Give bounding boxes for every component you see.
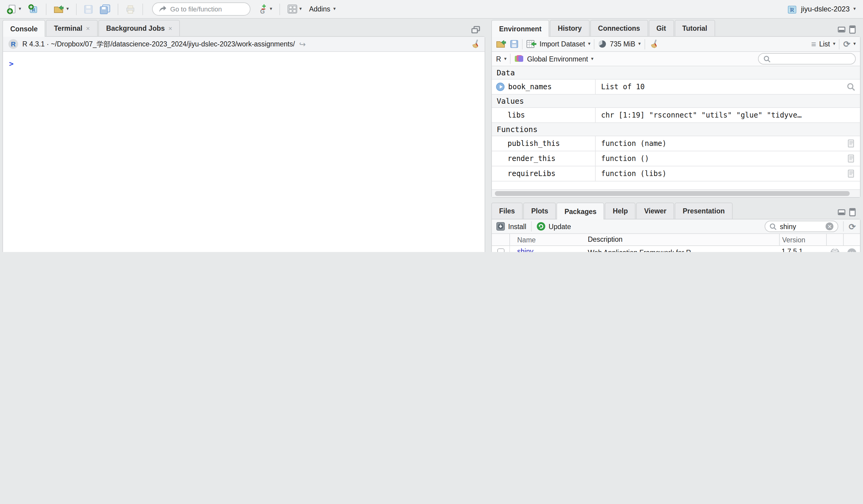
packages-tabbar: Files Plots Packages Help Viewer Present… bbox=[491, 202, 861, 219]
environment-horizontal-scrollbar[interactable] bbox=[492, 189, 860, 197]
environment-search[interactable] bbox=[758, 53, 856, 65]
chevron-down-icon: ▾ bbox=[19, 7, 21, 11]
install-label: Install bbox=[508, 223, 526, 230]
packages-search-input[interactable] bbox=[780, 223, 823, 230]
toolbar-divider bbox=[843, 221, 844, 232]
expand-object-icon[interactable] bbox=[496, 82, 504, 91]
tab-console[interactable]: Console bbox=[2, 20, 46, 37]
chevron-down-icon: ▾ bbox=[270, 7, 272, 11]
clear-search-icon[interactable]: ✕ bbox=[826, 222, 834, 230]
browse-package-globe-icon[interactable] bbox=[830, 248, 839, 252]
memory-usage-button[interactable]: 735 MiB ▾ bbox=[598, 40, 641, 48]
object-row-book-names[interactable]: book_names List of 10 bbox=[492, 80, 860, 95]
refresh-environment-button[interactable]: ⟳ ▾ bbox=[843, 40, 856, 48]
object-row-requireLibs[interactable]: requireLibs function (libs) bbox=[492, 166, 860, 181]
tab-help[interactable]: Help bbox=[605, 203, 636, 219]
console-working-dir[interactable]: R 4.3.1 · ~/Dropbox/07_学部/datascience-20… bbox=[22, 39, 295, 49]
environment-search-input[interactable] bbox=[774, 55, 850, 62]
r-logo-icon: R bbox=[9, 39, 18, 49]
tab-label: History bbox=[558, 25, 582, 32]
load-workspace-folder-icon[interactable] bbox=[496, 40, 506, 48]
view-function-source-icon[interactable] bbox=[847, 169, 854, 178]
tab-connections[interactable]: Connections bbox=[590, 20, 648, 36]
maximize-pane-icon[interactable] bbox=[849, 208, 856, 217]
print-icon bbox=[126, 4, 135, 14]
goto-arrow-icon bbox=[159, 5, 166, 13]
tab-files[interactable]: Files bbox=[491, 203, 523, 219]
console-output[interactable]: > bbox=[3, 52, 485, 252]
tab-label: Environment bbox=[499, 25, 542, 32]
project-menu[interactable]: R jiyu-dslec-2023 ▾ bbox=[785, 4, 858, 14]
update-button[interactable]: Update bbox=[537, 222, 571, 231]
view-function-source-icon[interactable] bbox=[847, 139, 854, 148]
tab-label: Terminal bbox=[54, 25, 83, 32]
inspect-object-icon[interactable] bbox=[847, 82, 855, 91]
new-project-button[interactable]: R bbox=[26, 2, 40, 16]
goto-file-input[interactable] bbox=[170, 5, 237, 13]
chevron-down-icon: ▾ bbox=[504, 56, 506, 61]
chevron-down-icon: ▾ bbox=[833, 42, 835, 47]
section-header-data: Data bbox=[492, 66, 860, 80]
tab-plots[interactable]: Plots bbox=[523, 203, 556, 219]
install-button[interactable]: Install bbox=[496, 222, 526, 231]
tab-tutorial[interactable]: Tutorial bbox=[674, 20, 715, 36]
new-project-icon: R bbox=[28, 4, 39, 14]
print-button[interactable] bbox=[124, 3, 137, 15]
clear-objects-broom-icon[interactable] bbox=[649, 39, 658, 49]
tab-packages[interactable]: Packages bbox=[557, 203, 604, 219]
clear-console-broom-icon[interactable] bbox=[470, 39, 479, 49]
environment-selector[interactable]: Global Environment ▾ bbox=[514, 54, 593, 63]
object-value: function () bbox=[596, 151, 842, 166]
tab-presentation[interactable]: Presentation bbox=[675, 203, 732, 219]
goto-file-search[interactable] bbox=[152, 2, 250, 16]
list-view-button[interactable]: ≡ List ▾ bbox=[811, 40, 835, 48]
section-title: Data bbox=[497, 68, 515, 77]
open-in-files-icon[interactable]: ↪ bbox=[299, 39, 306, 49]
load-package-checkbox[interactable]: ✓ bbox=[497, 248, 504, 252]
search-icon bbox=[763, 55, 771, 62]
view-function-source-icon[interactable] bbox=[847, 154, 854, 163]
header-actions bbox=[826, 234, 843, 245]
tab-label: Viewer bbox=[644, 207, 666, 215]
tab-background-jobs[interactable]: Background Jobs × bbox=[98, 20, 180, 36]
addins-menu[interactable]: Addins ▾ bbox=[307, 5, 338, 13]
open-file-button[interactable]: ▾ bbox=[52, 3, 71, 15]
object-value: function (libs) bbox=[596, 166, 842, 181]
minimize-pane-icon[interactable] bbox=[838, 27, 846, 33]
close-icon[interactable]: × bbox=[168, 25, 172, 32]
scrollbar-thumb[interactable] bbox=[495, 191, 850, 196]
maximize-pane-icon[interactable] bbox=[471, 26, 480, 34]
version-control-button[interactable]: G ▾ bbox=[257, 3, 274, 15]
r-version: R 4.3.1 bbox=[22, 40, 45, 47]
packages-search[interactable]: ✕ bbox=[765, 221, 839, 232]
pane-layout-button[interactable]: ▾ bbox=[286, 3, 303, 15]
object-row-libs[interactable]: libs chr [1:19] "rsconnect" "utils" "glu… bbox=[492, 108, 860, 123]
package-version: 1.7.5.1 bbox=[779, 246, 826, 252]
save-button[interactable] bbox=[82, 3, 95, 15]
maximize-pane-icon[interactable] bbox=[849, 25, 856, 34]
remove-package-icon[interactable]: ✕ bbox=[847, 248, 856, 252]
save-all-button[interactable] bbox=[98, 3, 112, 15]
object-row-render-this[interactable]: render_this function () bbox=[492, 151, 860, 166]
refresh-icon[interactable]: ⟳ bbox=[849, 222, 856, 231]
tab-git[interactable]: Git bbox=[649, 20, 674, 36]
tab-history[interactable]: History bbox=[550, 20, 590, 36]
tab-label: Connections bbox=[598, 25, 640, 32]
minimize-pane-icon[interactable] bbox=[838, 209, 846, 215]
install-icon bbox=[496, 222, 505, 231]
tab-label: Packages bbox=[565, 208, 597, 215]
list-icon: ≡ bbox=[811, 40, 816, 48]
tab-label: Files bbox=[499, 207, 515, 215]
tab-viewer[interactable]: Viewer bbox=[636, 203, 674, 219]
tab-environment[interactable]: Environment bbox=[491, 20, 550, 37]
object-row-publish-this[interactable]: publish_this function (name) bbox=[492, 136, 860, 151]
new-file-button[interactable]: ▾ bbox=[5, 3, 23, 15]
search-icon bbox=[770, 223, 777, 230]
close-icon[interactable]: × bbox=[86, 25, 90, 32]
import-dataset-button[interactable]: Import Dataset ▾ bbox=[526, 40, 590, 48]
packages-table-header: Name Description Version bbox=[492, 234, 860, 246]
language-selector[interactable]: R ▾ bbox=[496, 55, 506, 62]
tab-terminal[interactable]: Terminal × bbox=[46, 20, 98, 36]
save-workspace-icon[interactable] bbox=[510, 40, 518, 48]
package-link[interactable]: shiny bbox=[517, 248, 534, 252]
